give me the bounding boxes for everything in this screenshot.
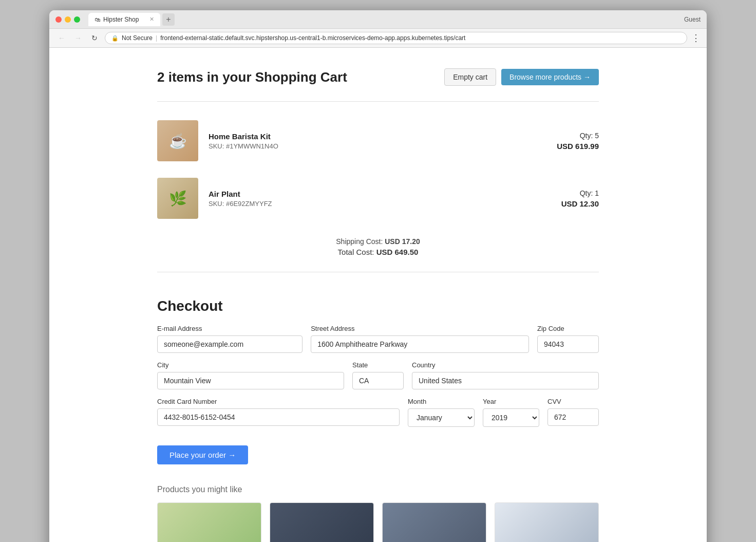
item-quantity: Qty: 1 <box>537 189 599 197</box>
active-tab[interactable]: 🛍 Hipster Shop ✕ <box>88 13 160 26</box>
state-field-group: State <box>352 361 404 389</box>
maximize-button[interactable] <box>74 16 80 23</box>
item-sku: SKU: #1YMWWN1N4O <box>209 142 527 150</box>
title-bar: 🛍 Hipster Shop ✕ + Guest <box>49 10 707 29</box>
street-input[interactable] <box>311 335 529 353</box>
email-field-group: E-mail Address <box>157 325 303 353</box>
street-field-group: Street Address <box>311 325 529 353</box>
email-label: E-mail Address <box>157 325 303 332</box>
form-row-2: City State Country <box>157 361 599 389</box>
cvv-label: CVV <box>547 398 599 405</box>
minimize-button[interactable] <box>65 16 71 23</box>
product-card[interactable] <box>157 502 261 542</box>
item-price: USD 12.30 <box>537 199 599 208</box>
item-price: USD 619.99 <box>537 142 599 151</box>
item-name: Home Barista Kit <box>209 132 527 141</box>
new-tab-button[interactable]: + <box>162 13 175 26</box>
menu-button[interactable]: ⋮ <box>691 32 701 44</box>
browse-products-button[interactable]: Browse more products → <box>501 69 599 85</box>
shipping-cost: Shipping Cost: USD 17.20 <box>157 237 599 246</box>
cc-label: Credit Card Number <box>157 398 400 405</box>
country-input[interactable] <box>412 372 599 389</box>
checkout-divider <box>157 272 599 272</box>
cart-title: 2 items in your Shopping Cart <box>157 69 347 85</box>
cvv-field-group: CVV <box>547 398 599 427</box>
product-image <box>157 120 198 161</box>
page-inner: 2 items in your Shopping Cart Empty cart… <box>147 48 609 542</box>
year-label: Year <box>483 398 539 405</box>
cart-divider <box>157 101 599 102</box>
item-quantity: Qty: 5 <box>537 132 599 140</box>
cc-input[interactable] <box>157 408 400 426</box>
zip-input[interactable] <box>537 335 599 353</box>
close-button[interactable] <box>55 16 62 23</box>
cart-items: Home Barista Kit SKU: #1YMWWN1N4O Qty: 5… <box>157 112 599 227</box>
tab-title: Hipster Shop <box>103 16 139 23</box>
url-separator: | <box>156 34 157 42</box>
traffic-lights <box>55 16 80 23</box>
email-input[interactable] <box>157 335 303 353</box>
empty-cart-button[interactable]: Empty cart <box>444 68 496 86</box>
zip-field-group: Zip Code <box>537 325 599 353</box>
cart-item: Air Plant SKU: #6E92ZMYYFZ Qty: 1 USD 12… <box>157 170 599 227</box>
street-label: Street Address <box>311 325 529 332</box>
item-details: Home Barista Kit SKU: #1YMWWN1N4O <box>209 132 527 150</box>
city-label: City <box>157 361 344 369</box>
city-input[interactable] <box>157 372 344 389</box>
cc-field-group: Credit Card Number <box>157 398 400 427</box>
reload-button[interactable]: ↻ <box>88 32 101 44</box>
total-cost: Total Cost: USD 649.50 <box>157 248 599 256</box>
item-pricing: Qty: 5 USD 619.99 <box>537 132 599 151</box>
month-field-group: Month January February March April May J… <box>408 398 475 427</box>
cvv-input[interactable] <box>547 408 599 426</box>
zip-label: Zip Code <box>537 325 599 332</box>
products-section: Products you might like <box>157 464 599 542</box>
checkout-section: Checkout E-mail Address Street Address Z <box>157 283 599 464</box>
place-order-button[interactable]: Place your order → <box>157 445 248 464</box>
form-row-1: E-mail Address Street Address Zip Code <box>157 325 599 353</box>
checkout-title: Checkout <box>157 298 599 314</box>
year-field-group: Year 2019 2020 2021 2022 2023 2024 2025 <box>483 398 539 427</box>
product-card[interactable] <box>382 502 486 542</box>
tab-bar: 🛍 Hipster Shop ✕ + <box>88 13 175 26</box>
country-field-group: Country <box>412 361 599 389</box>
cart-item: Home Barista Kit SKU: #1YMWWN1N4O Qty: 5… <box>157 112 599 170</box>
back-button[interactable]: ← <box>55 32 68 44</box>
item-details: Air Plant SKU: #6E92ZMYYFZ <box>209 190 527 208</box>
tab-close-icon[interactable]: ✕ <box>149 16 154 23</box>
products-grid <box>157 502 599 542</box>
cart-actions: Empty cart Browse more products → <box>444 68 599 86</box>
cart-totals: Shipping Cost: USD 17.20 Total Cost: USD… <box>157 227 599 261</box>
item-name: Air Plant <box>209 190 527 198</box>
tab-favicon: 🛍 <box>94 16 100 23</box>
url-text: frontend-external-static.default.svc.hip… <box>160 34 465 42</box>
state-input[interactable] <box>352 372 404 389</box>
product-card[interactable] <box>270 502 374 542</box>
city-field-group: City <box>157 361 344 389</box>
lock-icon: 🔒 <box>111 35 119 42</box>
cart-header: 2 items in your Shopping Cart Empty cart… <box>157 68 599 86</box>
product-image <box>157 178 198 219</box>
form-row-3: Credit Card Number Month January Februar… <box>157 398 599 427</box>
item-sku: SKU: #6E92ZMYYFZ <box>209 200 527 208</box>
url-bar[interactable]: 🔒 Not Secure | frontend-external-static.… <box>105 32 687 44</box>
item-pricing: Qty: 1 USD 12.30 <box>537 189 599 208</box>
month-select[interactable]: January February March April May June Ju… <box>408 408 475 427</box>
product-card[interactable] <box>495 502 599 542</box>
recommendations-title: Products you might like <box>157 485 599 494</box>
security-label: Not Secure <box>122 34 153 42</box>
state-label: State <box>352 361 404 369</box>
year-select[interactable]: 2019 2020 2021 2022 2023 2024 2025 <box>483 408 539 427</box>
forward-button[interactable]: → <box>72 32 84 44</box>
month-label: Month <box>408 398 475 405</box>
page-content: 2 items in your Shopping Cart Empty cart… <box>49 48 707 542</box>
user-label: Guest <box>684 16 701 23</box>
country-label: Country <box>412 361 599 369</box>
address-bar: ← → ↻ 🔒 Not Secure | frontend-external-s… <box>49 29 707 48</box>
